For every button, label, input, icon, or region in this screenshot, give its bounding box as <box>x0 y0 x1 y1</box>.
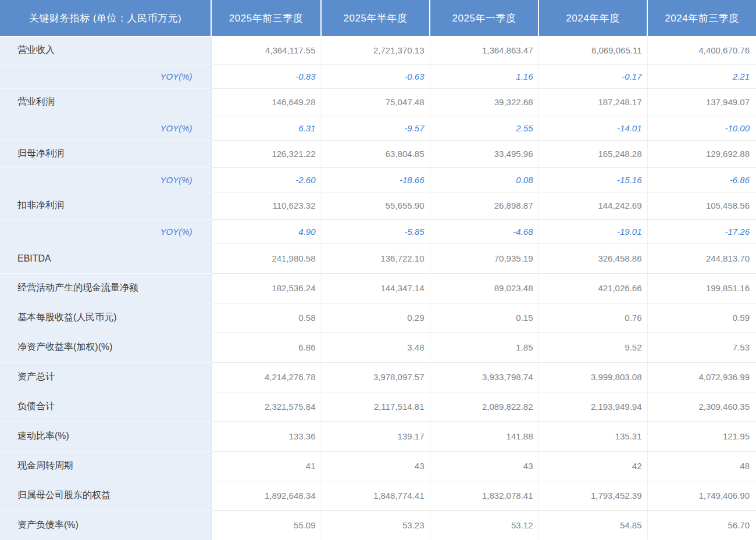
metric-value-cell: 126,321.22 <box>211 140 321 167</box>
metric-value-cell: 42 <box>539 451 647 481</box>
metric-value-cell: 2,721,370.13 <box>321 37 430 64</box>
metric-value-cell: 187,248.17 <box>539 88 647 116</box>
yoy-value-cell: 6.31 <box>211 116 321 140</box>
metric-value-cell: 105,458.56 <box>647 192 756 219</box>
metric-value-cell: 2,309,460.35 <box>647 392 756 421</box>
metric-value-cell: 199,851.16 <box>647 273 756 303</box>
metric-value-cell: 63,804.85 <box>321 140 430 167</box>
metric-value-cell: 41 <box>211 451 321 481</box>
yoy-value-cell: -19.01 <box>539 219 647 244</box>
yoy-value-cell: -18.66 <box>321 167 430 192</box>
metric-row: 负债合计2,321,575.842,117,514.812,089,822.82… <box>0 392 756 421</box>
yoy-row: YOY(%)6.31-9.572.55-14.01-10.00 <box>0 116 756 140</box>
metric-label-cell: 资产总计 <box>0 362 211 392</box>
financial-metrics-table: 关键财务指标 (单位：人民币万元) 2025年前三季度 2025年半年度 202… <box>0 0 756 540</box>
metric-row: 经营活动产生的现金流量净额182,536.24144,347.1489,023.… <box>0 273 756 303</box>
yoy-value-cell: -2.60 <box>211 167 321 192</box>
yoy-label-cell: YOY(%) <box>0 116 211 140</box>
column-header-2025q1: 2025年一季度 <box>430 0 539 37</box>
metric-value-cell: 129,692.88 <box>647 140 756 167</box>
column-header-2024fy: 2024年年度 <box>539 0 647 37</box>
yoy-label-cell: YOY(%) <box>0 219 211 244</box>
metric-value-cell: 182,536.24 <box>211 273 321 303</box>
metric-row: 净资产收益率(加权)(%)6.863.481.859.527.53 <box>0 332 756 362</box>
yoy-row: YOY(%)-2.60-18.660.08-15.16-6.86 <box>0 167 756 192</box>
metric-value-cell: 0.76 <box>539 303 647 332</box>
yoy-value-cell: 2.55 <box>430 116 539 140</box>
metric-value-cell: 3.48 <box>321 332 430 362</box>
metric-value-cell: 0.15 <box>430 303 539 332</box>
metric-value-cell: 421,026.66 <box>539 273 647 303</box>
metric-value-cell: 2,193,949.94 <box>539 392 647 421</box>
metric-value-cell: 146,649.28 <box>211 88 321 116</box>
metric-row: EBITDA241,980.58136,722.1070,935.19326,4… <box>0 244 756 273</box>
metric-label-cell: 归属母公司股东的权益 <box>0 481 211 510</box>
metric-label-cell: 速动比率(%) <box>0 421 211 451</box>
metric-value-cell: 139.17 <box>321 421 430 451</box>
metric-value-cell: 53.12 <box>430 510 539 540</box>
metric-value-cell: 141.88 <box>430 421 539 451</box>
metric-value-cell: 137,949.07 <box>647 88 756 116</box>
metric-value-cell: 136,722.10 <box>321 244 430 273</box>
metric-value-cell: 3,999,803.08 <box>539 362 647 392</box>
metric-value-cell: 2,089,822.82 <box>430 392 539 421</box>
metric-value-cell: 4,072,936.99 <box>647 362 756 392</box>
metric-value-cell: 55,655.90 <box>321 192 430 219</box>
metric-value-cell: 135.31 <box>539 421 647 451</box>
metric-label-cell: 现金周转周期 <box>0 451 211 481</box>
yoy-label-cell: YOY(%) <box>0 167 211 192</box>
metric-value-cell: 39,322.68 <box>430 88 539 116</box>
metric-value-cell: 75,047.48 <box>321 88 430 116</box>
metric-value-cell: 144,242.69 <box>539 192 647 219</box>
yoy-value-cell: -4.68 <box>430 219 539 244</box>
metric-label-cell: 经营活动产生的现金流量净额 <box>0 273 211 303</box>
metric-value-cell: 55.09 <box>211 510 321 540</box>
metric-row: 归属母公司股东的权益1,892,648.341,848,774.411,832,… <box>0 481 756 510</box>
metric-value-cell: 1,749,406.90 <box>647 481 756 510</box>
metric-value-cell: 1,848,774.41 <box>321 481 430 510</box>
yoy-value-cell: 1.16 <box>430 64 539 88</box>
column-header-2025q3: 2025年前三季度 <box>211 0 321 37</box>
yoy-row: YOY(%)-0.83-0.631.16-0.172.21 <box>0 64 756 88</box>
yoy-value-cell: -0.17 <box>539 64 647 88</box>
metric-value-cell: 2,321,575.84 <box>211 392 321 421</box>
metric-value-cell: 9.52 <box>539 332 647 362</box>
metric-value-cell: 6.86 <box>211 332 321 362</box>
metric-row: 资产负债率(%)55.0953.2353.1254.8556.70 <box>0 510 756 540</box>
yoy-row: YOY(%)4.90-5.85-4.68-19.01-17.26 <box>0 219 756 244</box>
yoy-value-cell: -10.00 <box>647 116 756 140</box>
yoy-value-cell: -17.26 <box>647 219 756 244</box>
metric-row: 速动比率(%)133.36139.17141.88135.31121.95 <box>0 421 756 451</box>
metric-label-cell: 营业利润 <box>0 88 211 116</box>
metric-value-cell: 241,980.58 <box>211 244 321 273</box>
metric-value-cell: 0.59 <box>647 303 756 332</box>
metric-column-header: 关键财务指标 (单位：人民币万元) <box>0 0 211 37</box>
metric-row: 基本每股收益(人民币元)0.580.290.150.760.59 <box>0 303 756 332</box>
metric-label-cell: 基本每股收益(人民币元) <box>0 303 211 332</box>
metric-value-cell: 4,214,276.78 <box>211 362 321 392</box>
metric-label-cell: 净资产收益率(加权)(%) <box>0 332 211 362</box>
metric-label-cell: 负债合计 <box>0 392 211 421</box>
metric-row: 资产总计4,214,276.783,978,097.573,933,798.74… <box>0 362 756 392</box>
metric-value-cell: 4,364,117.55 <box>211 37 321 64</box>
metric-value-cell: 1,793,452.39 <box>539 481 647 510</box>
metric-value-cell: 89,023.48 <box>430 273 539 303</box>
column-header-2025h1: 2025年半年度 <box>321 0 430 37</box>
yoy-value-cell: -9.57 <box>321 116 430 140</box>
metric-row: 现金周转周期4143434248 <box>0 451 756 481</box>
yoy-value-cell: 0.08 <box>430 167 539 192</box>
yoy-label-cell: YOY(%) <box>0 64 211 88</box>
metric-value-cell: 244,813.70 <box>647 244 756 273</box>
yoy-value-cell: -0.83 <box>211 64 321 88</box>
yoy-value-cell: 4.90 <box>211 219 321 244</box>
metric-value-cell: 1.85 <box>430 332 539 362</box>
yoy-value-cell: -0.63 <box>321 64 430 88</box>
metric-value-cell: 43 <box>430 451 539 481</box>
metric-label-cell: 资产负债率(%) <box>0 510 211 540</box>
metric-row: 扣非净利润110,623.3255,655.9026,898.87144,242… <box>0 192 756 219</box>
yoy-value-cell: -6.86 <box>647 167 756 192</box>
header-row: 关键财务指标 (单位：人民币万元) 2025年前三季度 2025年半年度 202… <box>0 0 756 37</box>
column-header-2024q3: 2024年前三季度 <box>647 0 756 37</box>
metric-value-cell: 165,248.28 <box>539 140 647 167</box>
metric-row: 营业利润146,649.2875,047.4839,322.68187,248.… <box>0 88 756 116</box>
